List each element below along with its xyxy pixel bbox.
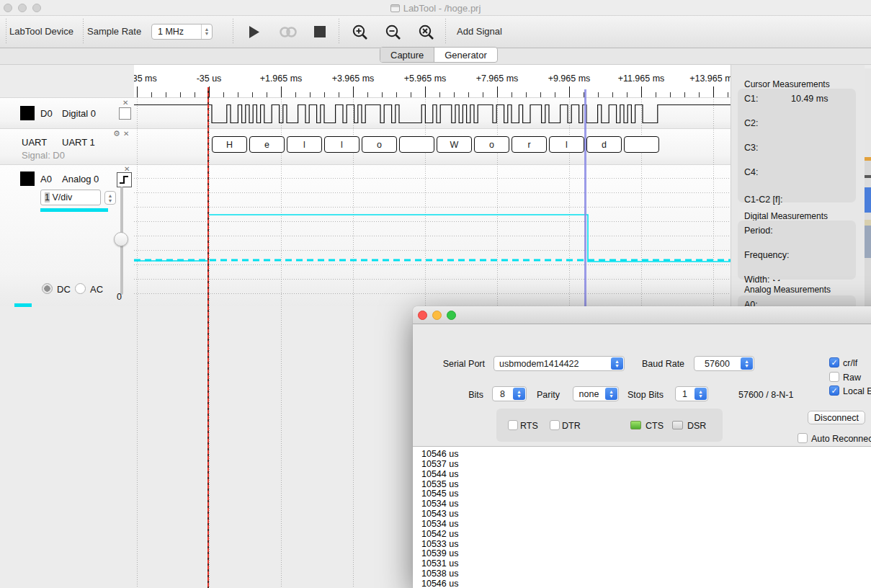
rts-checkbox[interactable] [508,420,518,430]
stepper-icon: ▲▼ [605,388,617,400]
log-line: 10531 us [421,559,871,569]
serial-log-output[interactable]: 10546 us10537 us10544 us10535 us10545 us… [413,446,871,588]
serial-port-label: Serial Port [434,359,485,369]
baud-rate-label: Baud Rate [642,359,684,369]
uart-decoded-char: H [212,136,247,153]
stepper-icon: ▲▼ [611,357,623,370]
raw-label: Raw [843,373,861,383]
local-echo-checkbox[interactable]: ✓ [829,386,839,396]
uart-decoded-char: o [474,136,509,153]
add-signal-button[interactable]: Add Signal [457,26,502,37]
uart-decoded-char [624,136,659,153]
rts-label: RTS [520,421,538,431]
log-line: 10546 us [421,579,871,588]
measurement-label: C1: [744,94,758,104]
crlf-label: cr/lf [843,358,857,368]
serial-zoom-icon[interactable] [447,311,456,320]
stop-bits-select[interactable]: 1 ▲▼ [675,386,708,401]
capture-generator-tabs: Capture Generator [380,47,498,63]
measurement-label: C2: [744,118,758,128]
measurement-label: Width: [744,275,769,285]
desktop: { "colors": { "analog_trace": "#00dfee",… [0,0,871,588]
toolbar-separator [6,19,6,45]
zoom-out-icon[interactable] [385,24,401,40]
tab-generator[interactable]: Generator [434,48,497,62]
cursor-measurements-title: Cursor Measurements [744,79,830,89]
play-button-icon[interactable] [249,26,260,38]
serial-titlebar[interactable] [413,306,871,324]
flow-control-group: RTS DTR CTS DSR [496,409,723,442]
auto-reconnect-checkbox[interactable] [798,433,808,443]
background-window-sliver [865,68,871,306]
bits-label: Bits [449,390,483,400]
zoom-in-icon[interactable] [352,24,368,40]
app-icon [390,4,400,12]
measurement-label: C1-C2 [f]: [744,195,783,205]
dtr-label: DTR [562,421,581,431]
c1-cursor-line[interactable] [584,89,586,306]
a0-analog-trace [134,215,731,262]
uart-decoded-char: l [549,136,584,153]
stop-button-icon[interactable] [314,26,326,37]
toolbar-separator [339,19,339,45]
serial-port-select[interactable]: usbmodem1414422 ▲▼ [493,356,625,371]
cts-indicator [630,421,641,429]
labtool-device-button[interactable]: LabTool Device [9,26,73,37]
main-toolbar: LabTool Device Sample Rate 1 MHz ▲▼ Add … [0,16,871,48]
serial-terminal-window: Serial Port usbmodem1414422 ▲▼ Baud Rate… [413,306,871,588]
bits-select[interactable]: 8 ▲▼ [492,386,527,401]
measurement-value: 10.49 ms [791,94,828,104]
window-title: LabTool - /hoge.prj [0,3,871,14]
zoom-fit-icon[interactable] [419,24,434,40]
log-line: 10534 us [421,520,871,530]
serial-minimize-icon[interactable] [432,311,442,320]
uart-decoded-char: l [324,136,359,153]
baud-rate-select[interactable]: 57600 ▲▼ [694,356,754,371]
log-line: 10534 us [421,499,871,509]
parity-label: Parity [537,390,560,400]
log-line: 10545 us [421,489,871,499]
trigger-cursor-line[interactable] [207,87,209,588]
crlf-checkbox[interactable]: ✓ [829,357,839,368]
disconnect-button[interactable]: Disconnect [808,411,865,424]
serial-close-icon[interactable] [418,311,427,320]
log-line: 10539 us [421,549,871,559]
stepper-icon: ▲▼ [513,388,525,400]
continuous-capture-icon[interactable] [280,27,297,37]
uart-decoded-char: o [362,136,397,153]
local-echo-label: Local Echo [843,386,871,396]
log-line: 10542 us [421,530,871,540]
measurement-label: C4: [744,167,758,177]
toolbar-separator [83,19,84,45]
tab-strip: Capture Generator [0,48,871,65]
log-line: 10544 us [421,470,871,480]
tab-capture[interactable]: Capture [380,48,434,62]
parity-select[interactable]: none ▲▼ [573,386,619,401]
digital-measurements-title: Digital Measurements [744,211,828,221]
uart-decoded-char: e [249,136,285,153]
sample-rate-select[interactable]: 1 MHz ▲▼ [151,24,213,40]
cursor-measurements-box: C1:10.49 msC2:C3:C4:C1-C2 [f]:C1-C2 [t]:… [738,89,856,202]
measurement-label: Period: [744,226,773,236]
uart-decoded-char: r [512,136,547,153]
config-summary: 57600 / 8-N-1 [738,390,793,400]
uart-decoded-char [399,136,434,153]
measurement-label: Frequency: [744,250,790,260]
uart-decoded-char: l [287,136,322,153]
raw-checkbox[interactable] [829,372,839,382]
cts-label: CTS [646,421,664,431]
digital-measurements-box: Period:Frequency:Width:Duty Cycle: [738,220,856,280]
measurement-label: C3: [744,143,758,153]
stop-bits-label: Stop Bits [627,390,664,400]
dtr-checkbox[interactable] [550,420,560,430]
log-line: 10535 us [421,480,871,490]
stepper-icon: ▲▼ [694,388,707,400]
main-titlebar: LabTool - /hoge.prj [0,0,871,16]
log-line: 10533 us [421,540,871,550]
dsr-indicator [672,421,683,429]
stepper-icon[interactable]: ▲▼ [201,24,212,39]
log-line: 10538 us [421,569,871,579]
log-line: 10543 us [421,509,871,520]
toolbar-separator [445,19,446,45]
log-line: 10546 us [421,450,871,460]
